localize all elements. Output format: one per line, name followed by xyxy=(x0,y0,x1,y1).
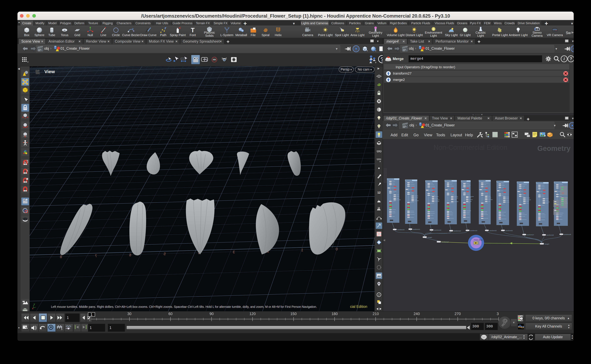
svg-text:0: 0 xyxy=(336,247,338,251)
svg-text:merge3: merge3 xyxy=(544,243,549,245)
svg-text:transform28: transform28 xyxy=(546,234,554,236)
svg-text:transform24: transform24 xyxy=(470,230,477,231)
svg-text:T: T xyxy=(191,27,195,33)
svg-text:6: 6 xyxy=(129,253,131,257)
svg-text:120: 120 xyxy=(249,312,256,316)
svg-text:60: 60 xyxy=(168,312,173,316)
svg-text:150: 150 xyxy=(290,312,296,316)
svg-text:3: 3 xyxy=(233,250,235,254)
svg-text:transform21: transform21 xyxy=(413,229,420,230)
svg-text:240: 240 xyxy=(414,312,420,316)
svg-text:x: x xyxy=(32,307,34,309)
svg-text:270: 270 xyxy=(455,312,461,316)
svg-text:12: 12 xyxy=(377,191,381,194)
svg-text:5: 5 xyxy=(164,252,166,256)
svg-text:12K: 12K xyxy=(24,219,26,220)
svg-text:transform20: transform20 xyxy=(397,229,404,230)
svg-text:transform25: transform25 xyxy=(489,230,497,231)
svg-text:Flower_Merge: Flower_Merge xyxy=(474,239,483,241)
svg-text:y: y xyxy=(34,303,35,306)
svg-text:210: 210 xyxy=(373,312,379,316)
svg-text:transform23: transform23 xyxy=(453,230,461,232)
svg-text:90: 90 xyxy=(209,312,214,316)
svg-text:180: 180 xyxy=(331,312,338,316)
svg-text:transform27: transform27 xyxy=(527,234,534,236)
svg-text:1: 1 xyxy=(301,248,303,252)
svg-text:12: 12 xyxy=(378,207,380,209)
svg-text:merge2: merge2 xyxy=(427,237,432,238)
svg-text:transform22: transform22 xyxy=(434,229,441,231)
svg-text:i: i xyxy=(378,293,379,297)
svg-text:30: 30 xyxy=(127,312,132,316)
svg-text:i: i xyxy=(564,57,565,61)
svg-text:Non-Commercial Edition: Non-Commercial Edition xyxy=(434,143,507,151)
svg-text:transform26: transform26 xyxy=(505,230,513,231)
svg-text:transform29: transform29 xyxy=(564,234,571,235)
svg-text:?: ? xyxy=(570,56,572,61)
svg-text:3: 3 xyxy=(497,312,499,316)
svg-text:Geometry: Geometry xyxy=(537,144,571,152)
svg-text:7: 7 xyxy=(95,254,97,258)
svg-text:8: 8 xyxy=(60,255,62,259)
